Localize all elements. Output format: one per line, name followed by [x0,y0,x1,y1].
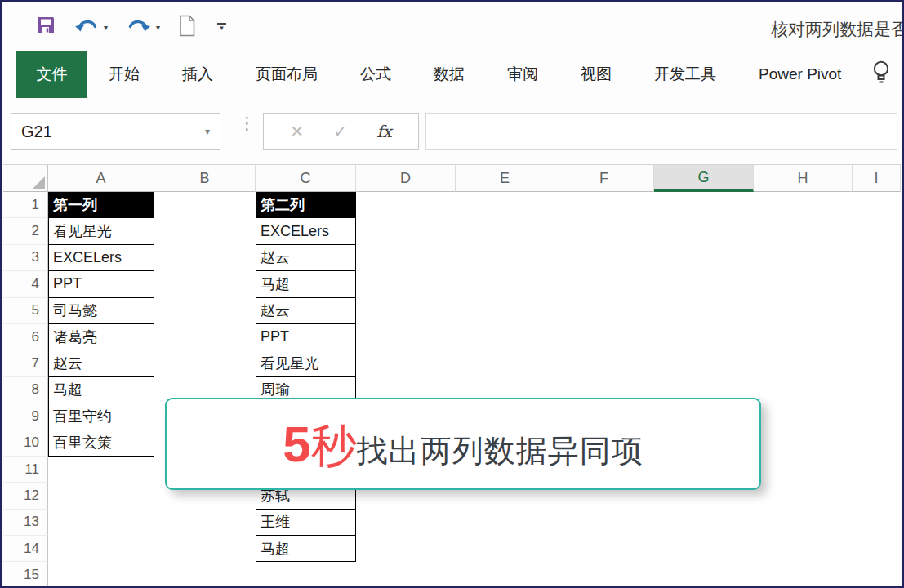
cell-C6[interactable]: PPT [256,324,356,350]
row-header-13[interactable]: 13 [3,510,48,536]
cell-A6[interactable]: 诸葛亮 [48,324,154,350]
lightbulb-icon [871,59,892,90]
row-header-2[interactable]: 2 [3,218,48,244]
name-box-dropdown-caret[interactable]: ▾ [205,126,210,137]
cell-A10[interactable]: 百里玄策 [48,430,154,457]
formula-bar-resize-handle[interactable]: ⋮ [238,119,256,127]
tab-页面布局[interactable]: 页面布局 [234,51,339,98]
row-header-7[interactable]: 7 [3,350,48,376]
name-box[interactable]: G21 ▾ [11,113,220,150]
column-header-F[interactable]: F [554,165,654,192]
column-header-C[interactable]: C [256,165,356,192]
cell-A8[interactable]: 马超 [48,377,154,403]
overlay-big-number: 5 [283,419,310,470]
row-header-11[interactable]: 11 [3,457,48,483]
row-header-6[interactable]: 6 [3,324,48,350]
enter-icon[interactable]: ✓ [333,122,347,141]
formula-bar-buttons: ✕ ✓ fx [263,113,419,150]
overlay-big-unit: 秒 [311,423,357,469]
cell-A1[interactable]: 第一列 [48,192,154,218]
cell-A7[interactable]: 赵云 [48,350,154,376]
column-header-B[interactable]: B [154,165,256,192]
row-header-5[interactable]: 5 [3,298,48,324]
tab-插入[interactable]: 插入 [161,51,234,98]
row-header-1[interactable]: 1 [3,192,48,218]
cell-C7[interactable]: 看见星光 [256,350,356,376]
redo-icon [126,16,152,38]
row-header-3[interactable]: 3 [3,245,48,271]
undo-button[interactable]: ▾ [73,16,108,38]
save-icon [36,16,56,38]
cell-A3[interactable]: EXCELers [48,245,154,271]
select-all-corner[interactable] [3,165,48,192]
cell-C4[interactable]: 马超 [256,271,356,297]
ribbon-tab-bar: 文件 开始插入页面布局公式数据审阅视图开发工具Power Pivot [3,51,901,98]
tab-power-pivot[interactable]: Power Pivot [737,51,862,98]
column-header-E[interactable]: E [456,165,554,192]
cell-C1[interactable]: 第二列 [256,192,356,218]
row-header-9[interactable]: 9 [3,403,48,430]
save-button[interactable] [36,16,56,38]
document-title: 核对两列数据是否 [771,18,904,41]
tab-数据[interactable]: 数据 [412,51,486,98]
column-header-D[interactable]: D [356,165,456,192]
row-header-14[interactable]: 14 [3,536,48,562]
tab-视图[interactable]: 视图 [559,51,633,98]
cell-C3[interactable]: 赵云 [256,245,356,271]
tab-file[interactable]: 文件 [16,51,87,98]
excel-window: ▾ ▾ ▾ 核对两列数据是否 [0,0,904,588]
undo-dropdown-caret[interactable]: ▾ [104,23,108,32]
cell-C13[interactable]: 王维 [256,510,356,536]
column-header-G[interactable]: G [654,165,754,192]
row-header-10[interactable]: 10 [3,430,48,457]
tell-me-button[interactable] [871,51,892,98]
customize-quick-access-toolbar-button[interactable]: ▾ [217,23,226,31]
tab-审阅[interactable]: 审阅 [486,51,559,98]
row-header-12[interactable]: 12 [3,483,48,509]
cell-A4[interactable]: PPT [48,271,154,297]
column-header-I[interactable]: I [853,165,901,192]
tab-开发工具[interactable]: 开发工具 [633,51,737,98]
promo-overlay-banner: 5 秒 找出两列数据异同项 [165,398,761,490]
tab-开始[interactable]: 开始 [87,51,161,98]
row-header-8[interactable]: 8 [3,377,48,403]
new-document-button[interactable] [178,15,196,40]
new-document-icon [178,15,196,40]
cell-A2[interactable]: 看见星光 [48,218,154,244]
cancel-icon[interactable]: ✕ [290,122,304,141]
tab-strip: 开始插入页面布局公式数据审阅视图开发工具Power Pivot [87,51,862,98]
undo-icon [73,16,100,38]
overlay-message: 找出两列数据异同项 [357,435,643,466]
redo-button[interactable]: ▾ [126,16,160,38]
redo-dropdown-caret[interactable]: ▾ [156,23,160,32]
formula-bar-row: G21 ▾ ⋮ ✕ ✓ fx [3,98,901,163]
cell-C5[interactable]: 赵云 [256,298,356,324]
sheet-area: ABCDEFGHI123456789101112131415第一列看见星光EXC… [3,164,901,585]
quick-access-toolbar: ▾ ▾ ▾ [3,3,901,51]
insert-function-icon[interactable]: fx [376,122,392,141]
tab-公式[interactable]: 公式 [339,51,412,98]
cell-A9[interactable]: 百里守约 [48,403,154,430]
sheet-grid: ABCDEFGHI123456789101112131415第一列看见星光EXC… [3,165,901,585]
cell-A5[interactable]: 司马懿 [48,298,154,324]
name-box-value: G21 [21,122,205,141]
cell-C2[interactable]: EXCELers [256,218,356,244]
column-header-A[interactable]: A [48,165,154,192]
column-header-H[interactable]: H [754,165,853,192]
row-header-15[interactable]: 15 [3,562,48,588]
cell-C14[interactable]: 马超 [256,536,356,562]
row-header-4[interactable]: 4 [3,271,48,297]
formula-input[interactable] [425,113,897,150]
